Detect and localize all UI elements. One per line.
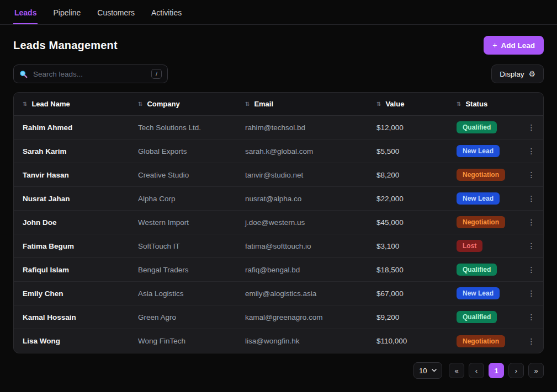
email-cell: rahim@techsol.bd <box>236 123 368 132</box>
search-input[interactable] <box>32 69 151 79</box>
company-cell: Asia Logistics <box>129 289 236 298</box>
sort-icon: ⇅ <box>245 101 250 107</box>
search-box: / <box>13 65 168 83</box>
status-cell: Qualified <box>448 264 519 276</box>
value-cell: $9,200 <box>368 313 448 321</box>
column-label: Lead Name <box>31 100 70 108</box>
column-header-value[interactable]: ⇅ Value <box>368 100 448 108</box>
value-cell: $67,000 <box>368 289 448 298</box>
status-badge: Lost <box>457 240 482 252</box>
table-row: Rafiqul Islam Bengal Traders rafiq@benga… <box>14 258 543 282</box>
tab-pipeline[interactable]: Pipeline <box>52 1 82 24</box>
page-buttons: « ‹ 1 › » <box>449 363 544 378</box>
actions-cell: ⋮ <box>519 169 543 180</box>
status-cell: Qualified <box>448 311 519 323</box>
add-lead-button[interactable]: + Add Lead <box>484 36 544 55</box>
shortcut-key-badge: / <box>151 69 162 79</box>
company-cell: Wong FinTech <box>129 337 236 345</box>
table-row: Sarah Karim Global Exports sarah.k@globa… <box>14 139 543 163</box>
search-icon <box>19 70 28 78</box>
value-cell: $5,500 <box>368 147 448 155</box>
lead-name-cell: Sarah Karim <box>14 147 129 155</box>
add-lead-label: Add Lead <box>501 41 535 50</box>
lead-name-cell: Rafiqul Islam <box>14 266 129 274</box>
tab-activities[interactable]: Activities <box>150 1 183 24</box>
column-header-status[interactable]: ⇅ Status <box>448 100 519 108</box>
sort-icon: ⇅ <box>457 101 461 107</box>
table-row: Emily Chen Asia Logistics emily@alogisti… <box>14 282 543 305</box>
table-row: Tanvir Hasan Creative Studio tanvir@stud… <box>14 163 543 187</box>
current-page-button[interactable]: 1 <box>489 363 504 378</box>
company-cell: Bengal Traders <box>129 266 236 274</box>
lead-name-cell: Lisa Wong <box>14 337 129 345</box>
status-badge: New Lead <box>457 145 500 157</box>
last-page-button[interactable]: » <box>528 363 544 378</box>
status-cell: Qualified <box>448 121 519 133</box>
kebab-menu-icon[interactable]: ⋮ <box>524 312 539 323</box>
table-header-row: ⇅ Lead Name ⇅ Company ⇅ Email ⇅ Value ⇅ … <box>14 93 543 116</box>
email-cell: j.doe@western.us <box>236 218 368 227</box>
table-row: Nusrat Jahan Alpha Corp nusrat@alpha.co … <box>14 187 543 211</box>
status-badge: Qualified <box>457 264 497 276</box>
page-size-select[interactable]: 10 <box>413 362 442 379</box>
sort-icon: ⇅ <box>23 101 27 107</box>
value-cell: $3,100 <box>368 242 448 250</box>
email-cell: fatima@softtouch.io <box>236 242 368 250</box>
kebab-menu-icon[interactable]: ⋮ <box>524 336 539 347</box>
status-badge: Qualified <box>457 311 497 323</box>
status-cell: New Lead <box>448 287 519 299</box>
kebab-menu-icon[interactable]: ⋮ <box>524 240 539 251</box>
email-cell: emily@alogistics.asia <box>236 289 368 298</box>
value-cell: $18,500 <box>368 266 448 274</box>
lead-name-cell: Kamal Hossain <box>14 313 129 321</box>
value-cell: $45,000 <box>368 218 448 227</box>
company-cell: Global Exports <box>129 147 236 155</box>
email-cell: nusrat@alpha.co <box>236 195 368 203</box>
first-page-button[interactable]: « <box>449 363 464 378</box>
kebab-menu-icon[interactable]: ⋮ <box>524 288 539 299</box>
column-header-email[interactable]: ⇅ Email <box>236 100 368 108</box>
page-size-value: 10 <box>419 367 427 375</box>
column-header-lead-name[interactable]: ⇅ Lead Name <box>14 100 129 108</box>
display-button[interactable]: Display ⚙ <box>491 65 544 83</box>
email-cell: sarah.k@global.com <box>236 147 368 155</box>
kebab-menu-icon[interactable]: ⋮ <box>524 193 539 204</box>
value-cell: $8,200 <box>368 171 448 179</box>
page-header: Leads Management + Add Lead <box>0 25 557 55</box>
tab-leads[interactable]: Leads <box>13 1 38 24</box>
actions-cell: ⋮ <box>519 217 543 228</box>
actions-cell: ⋮ <box>519 336 543 347</box>
kebab-menu-icon[interactable]: ⋮ <box>524 217 539 228</box>
status-badge: Negotiation <box>457 169 505 181</box>
company-cell: SoftTouch IT <box>129 242 236 250</box>
column-header-company[interactable]: ⇅ Company <box>129 100 236 108</box>
prev-page-button[interactable]: ‹ <box>469 363 484 378</box>
actions-cell: ⋮ <box>519 122 543 133</box>
kebab-menu-icon[interactable]: ⋮ <box>524 169 539 180</box>
next-page-button[interactable]: › <box>508 363 524 378</box>
company-cell: Tech Solutions Ltd. <box>129 123 236 132</box>
status-cell: Negotiation <box>448 169 519 181</box>
actions-cell: ⋮ <box>519 240 543 251</box>
lead-name-cell: Emily Chen <box>14 289 129 298</box>
email-cell: lisa@wongfin.hk <box>236 337 368 345</box>
lead-name-cell: Fatima Begum <box>14 242 129 250</box>
table-row: Lisa Wong Wong FinTech lisa@wongfin.hk $… <box>14 329 543 353</box>
status-badge: New Lead <box>457 287 500 299</box>
status-cell: New Lead <box>448 192 519 205</box>
kebab-menu-icon[interactable]: ⋮ <box>524 146 539 157</box>
plus-icon: + <box>492 41 497 50</box>
kebab-menu-icon[interactable]: ⋮ <box>524 122 539 133</box>
leads-table: ⇅ Lead Name ⇅ Company ⇅ Email ⇅ Value ⇅ … <box>13 92 544 353</box>
column-label: Company <box>147 100 179 108</box>
table-row: Kamal Hossain Green Agro kamal@greenagro… <box>14 305 543 329</box>
status-cell: New Lead <box>448 145 519 157</box>
sort-icon: ⇅ <box>138 101 142 107</box>
tab-customers[interactable]: Customers <box>96 1 136 24</box>
email-cell: tanvir@studio.net <box>236 171 368 179</box>
display-label: Display <box>500 70 524 78</box>
kebab-menu-icon[interactable]: ⋮ <box>524 264 539 275</box>
table-body: Rahim Ahmed Tech Solutions Ltd. rahim@te… <box>14 116 543 353</box>
table-row: John Doe Western Import j.doe@western.us… <box>14 211 543 234</box>
status-badge: Negotiation <box>457 335 505 347</box>
